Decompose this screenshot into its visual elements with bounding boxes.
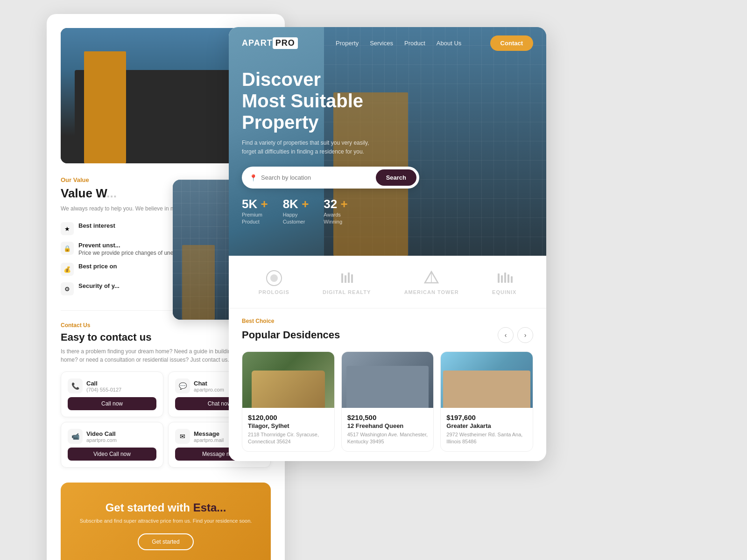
location-icon: 📍: [249, 174, 257, 182]
stat-label-awards: AwardsWinning: [324, 211, 347, 225]
partner-digital-realty: DIGITAL REALTY: [323, 269, 371, 295]
contact-card-video: 📹 Video Call apartpro.com Video Call now: [61, 422, 163, 468]
property-name-2: 12 Freehand Queen: [347, 422, 428, 429]
partner-american-tower: AMERICAN TOWER: [404, 269, 459, 295]
video-icon: 📹: [68, 429, 83, 444]
value-item-label: Security of y...: [78, 282, 120, 289]
nav-arrows: ‹ ›: [498, 327, 533, 343]
property-name-3: Greater Jakarta: [446, 422, 527, 429]
video-call-button[interactable]: Video Call now: [68, 448, 156, 461]
svg-rect-4: [348, 273, 350, 283]
prev-arrow-button[interactable]: ‹: [498, 327, 514, 343]
lock-icon: 🔒: [61, 242, 74, 255]
video-sub: apartpro.com: [86, 437, 117, 443]
svg-rect-10: [504, 273, 506, 283]
svg-point-1: [270, 274, 278, 282]
partner-equinix: EQUINIX: [492, 269, 516, 295]
value-item-label: Best interest: [78, 222, 115, 229]
navbar: APARTPRO Property Services Product About…: [229, 27, 546, 59]
stat-number-awards: 32 +: [324, 197, 347, 211]
value-item-label: Best price on: [78, 263, 117, 270]
property-image-1: [242, 352, 334, 408]
cta-highlight: Esta...: [193, 501, 226, 514]
stat-label-premium: PremiumProduct: [242, 211, 268, 225]
american-tower-name: AMERICAN TOWER: [404, 289, 459, 295]
prologis-name: PROLOGIS: [259, 289, 289, 295]
call-now-button[interactable]: Call now: [68, 397, 156, 410]
stat-awards: 32 + AwardsWinning: [324, 197, 347, 225]
property-image-2: [342, 352, 434, 408]
hero-stats: 5K + PremiumProduct 8K + HappyCustomer 3…: [229, 189, 546, 234]
star-icon: ★: [61, 222, 74, 235]
prologis-icon: [265, 269, 283, 287]
contact-card-call: 📞 Call (704) 555-0127 Call now: [61, 371, 163, 417]
property-name-1: Tilagor, Sylhet: [248, 422, 329, 429]
stat-number-customers: 8K +: [283, 197, 309, 211]
property-info-3: $197,600 Greater Jakarta 2972 Westheimer…: [441, 408, 533, 451]
svg-rect-9: [501, 275, 503, 283]
property-address-3: 2972 Westheimer Rd. Santa Ana, Illinois …: [446, 431, 527, 446]
hero-content: DiscoverMost SuitableProperty Find a var…: [229, 59, 546, 189]
nav-product[interactable]: Product: [404, 40, 425, 47]
property-card-3[interactable]: $197,600 Greater Jakarta 2972 Westheimer…: [440, 351, 533, 452]
property-card-1[interactable]: $120,000 Tilagor, Sylhet 2118 Thornridge…: [242, 351, 335, 452]
svg-rect-2: [341, 273, 343, 283]
stat-number-premium: 5K +: [242, 197, 268, 211]
partner-prologis: PROLOGIS: [259, 269, 289, 295]
stat-premium: 5K + PremiumProduct: [242, 197, 268, 225]
call-label: Call: [86, 380, 121, 387]
search-button[interactable]: Search: [376, 169, 416, 186]
stat-plus: +: [261, 197, 268, 211]
hero-subtitle: Find a variety of properties that suit y…: [242, 139, 382, 156]
next-arrow-button[interactable]: ›: [517, 327, 533, 343]
property-grid: $120,000 Tilagor, Sylhet 2118 Thornridge…: [242, 351, 533, 452]
section-label: Best Choice: [242, 318, 533, 324]
search-bar: 📍 Search: [242, 167, 419, 189]
cta-title: Get started with Esta...: [75, 501, 257, 514]
chat-icon: 💬: [175, 378, 190, 393]
digital-realty-icon: [338, 269, 356, 287]
nav-about[interactable]: About Us: [437, 40, 461, 47]
property-card-2[interactable]: $210,500 12 Freehand Queen 4517 Washingt…: [341, 351, 434, 452]
logo-apart: APART: [242, 38, 273, 48]
property-image-3: [441, 352, 533, 408]
property-info-1: $120,000 Tilagor, Sylhet 2118 Thornridge…: [242, 408, 334, 451]
section-title: Popular Desidences: [242, 329, 340, 341]
nav-property[interactable]: Property: [336, 40, 359, 47]
digital-realty-name: DIGITAL REALTY: [323, 289, 371, 295]
get-started-button[interactable]: Get started: [138, 533, 193, 550]
message-label: Message: [194, 430, 224, 437]
call-number: (704) 555-0127: [86, 387, 121, 392]
equinix-name: EQUINIX: [492, 289, 516, 295]
stat-plus: +: [302, 197, 309, 211]
nav-services[interactable]: Services: [370, 40, 393, 47]
main-app-card: APARTPRO Property Services Product About…: [229, 27, 546, 461]
svg-rect-12: [511, 276, 513, 283]
popular-section: Best Choice Popular Desidences ‹ › $120,…: [229, 308, 546, 461]
property-price-3: $197,600: [446, 413, 527, 421]
stat-label-customers: HappyCustomer: [283, 211, 309, 225]
security-icon: ⚙: [61, 282, 74, 295]
property-price-1: $120,000: [248, 413, 329, 421]
cta-banner: Get started with Esta... Subscribe and f…: [61, 483, 271, 560]
chat-label: Chat: [194, 380, 224, 387]
price-icon: 💰: [61, 263, 74, 276]
contact-button[interactable]: Contact: [490, 35, 533, 51]
property-address-2: 4517 Washington Ave. Manchester, Kentuck…: [347, 431, 428, 446]
svg-rect-8: [498, 273, 500, 283]
phone-icon: 📞: [68, 378, 83, 393]
svg-rect-11: [507, 274, 509, 283]
property-info-2: $210,500 12 Freehand Queen 4517 Washingt…: [342, 408, 434, 451]
chat-sub: apartpro.com: [194, 387, 224, 392]
search-input[interactable]: [261, 174, 372, 181]
message-icon: ✉: [175, 429, 190, 444]
hero-title: DiscoverMost SuitableProperty: [242, 69, 533, 133]
svg-rect-5: [351, 274, 353, 283]
nav-links: Property Services Product About Us: [317, 40, 481, 47]
property-address-1: 2118 Thornridge Cir. Syracuse, Connectic…: [248, 431, 329, 446]
stat-customers: 8K + HappyCustomer: [283, 197, 309, 225]
section-header: Popular Desidences ‹ ›: [242, 327, 533, 343]
logo-pro: PRO: [273, 37, 298, 49]
american-tower-icon: [422, 269, 441, 287]
stat-plus: +: [340, 197, 347, 211]
